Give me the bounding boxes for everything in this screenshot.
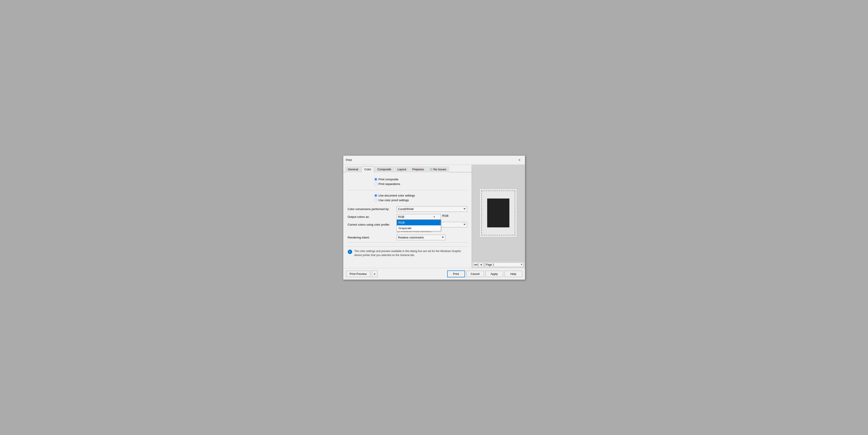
tab-prepress[interactable]: Prepress — [409, 166, 427, 172]
dialog-title: Print — [346, 158, 352, 162]
title-bar: Print × — [343, 156, 525, 165]
prev-page-button[interactable]: ◀ — [478, 262, 484, 267]
left-panel: General Color Composite Layout Prepress … — [343, 165, 472, 268]
info-text: The color settings and preview available… — [354, 249, 467, 257]
color-settings-radio-group: Use document color settings Use color pr… — [348, 192, 467, 204]
tab-color[interactable]: Color — [362, 166, 374, 172]
radio-print-separations[interactable]: Print separations — [374, 182, 467, 186]
chevron-down-icon: ▼ — [433, 216, 435, 218]
prev-page-start-button[interactable]: ◀◀ — [473, 262, 478, 267]
rendering-intent-dropdown[interactable]: Relative colorimetric Perceptual Saturat… — [397, 235, 445, 240]
rendering-intent-row: Rendering intent: Relative colorimetric … — [348, 235, 467, 240]
info-icon: i — [348, 250, 352, 254]
right-panel: ◀◀ ◀ Page 1 — [472, 165, 525, 268]
tab-bar: General Color Composite Layout Prepress … — [343, 165, 472, 172]
check-icon: ☑ — [430, 168, 433, 171]
output-colors-list: RGB Grayscale — [397, 220, 441, 231]
print-mode-radio-group: Print composite Print separations — [348, 176, 467, 187]
apply-button[interactable]: Apply — [486, 271, 503, 277]
rendering-intent-wrapper: Relative colorimetric Perceptual Saturat… — [397, 235, 445, 240]
print-preview-area — [472, 165, 525, 261]
color-conversions-wrapper: CorelDRAW Color Engine — [397, 206, 467, 212]
dialog-footer: Print Preview « Print Cancel Apply Help — [343, 268, 525, 280]
radio-print-composite[interactable]: Print composite — [374, 178, 467, 181]
preview-navigation: ◀◀ ◀ Page 1 — [472, 261, 525, 268]
tab-general[interactable]: General — [345, 166, 361, 172]
back-button[interactable]: « — [372, 271, 377, 277]
output-colors-row: Output colors as: RGB ▼ RGB Grayscale — [348, 214, 467, 220]
page-content-block — [487, 198, 509, 227]
correct-colors-label: Correct colors using color profile: — [348, 223, 397, 226]
cancel-button[interactable]: Cancel — [466, 271, 484, 277]
radio-use-color-proof[interactable]: Use color proof settings — [374, 198, 467, 202]
tab-content-color: Print composite Print separations — [343, 172, 472, 268]
radio-use-document-color[interactable]: Use document color settings — [374, 194, 467, 197]
print-mode-section: Print composite Print separations — [348, 176, 467, 187]
tab-layout[interactable]: Layout — [395, 166, 409, 172]
rendering-intent-label: Rendering intent: — [348, 236, 397, 239]
page-preview — [479, 188, 517, 237]
color-conversions-dropdown[interactable]: CorelDRAW Color Engine — [397, 206, 467, 212]
color-conversions-row: Color conversions performed by: CorelDRA… — [348, 206, 467, 212]
output-option-grayscale[interactable]: Grayscale — [397, 225, 441, 231]
print-dialog: Print × General Color Composite Layout — [343, 155, 525, 280]
info-section: i The color settings and preview availab… — [348, 246, 467, 257]
dialog-body: General Color Composite Layout Prepress … — [343, 165, 525, 268]
output-option-rgb[interactable]: RGB — [397, 220, 441, 225]
close-button[interactable]: × — [517, 157, 522, 163]
output-colors-label: Output colors as: — [348, 214, 397, 218]
output-colors-container: RGB ▼ RGB Grayscale — [397, 214, 441, 220]
print-button[interactable]: Print — [447, 271, 465, 277]
color-settings-section: Use document color settings Use color pr… — [348, 192, 467, 204]
color-conversions-label: Color conversions performed by: — [348, 208, 397, 211]
tab-composite[interactable]: Composite — [375, 166, 394, 172]
page-selector-dropdown[interactable]: Page 1 — [485, 262, 524, 267]
print-preview-button[interactable]: Print Preview — [346, 271, 371, 277]
rgb-inline-label: RGB — [442, 214, 448, 217]
tab-no-issues[interactable]: ☑ No Issues — [427, 166, 449, 172]
output-colors-trigger[interactable]: RGB ▼ — [397, 214, 441, 220]
divider-1 — [348, 190, 467, 190]
help-button[interactable]: Help — [504, 271, 522, 277]
